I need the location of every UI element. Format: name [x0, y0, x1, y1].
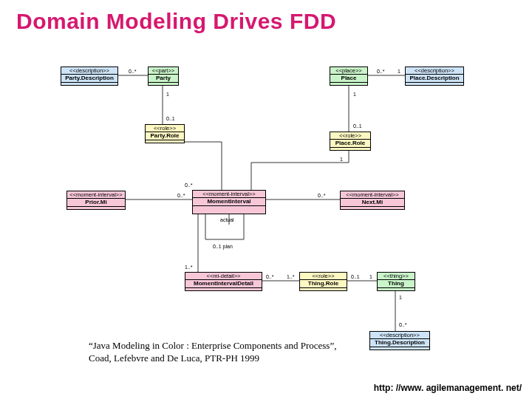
class-name: Place.Role: [330, 140, 370, 147]
class-name: MomentInterval: [193, 198, 265, 205]
mult-label: 1: [353, 92, 356, 97]
mult-label: 0..*: [185, 183, 193, 188]
stereotype: <<role>>: [300, 273, 347, 280]
class-name: Party.Description: [61, 75, 117, 82]
mult-label: 0..*: [129, 69, 137, 74]
class-thing: <<thing>> Thing: [377, 272, 415, 291]
stereotype: <<role>>: [146, 125, 184, 132]
mult-label: actual: [220, 217, 234, 222]
class-name: Next.Mi: [341, 199, 404, 206]
stereotype: <<part>>: [149, 67, 178, 75]
mult-label: 1: [166, 92, 169, 97]
mult-label: 0..*: [377, 69, 385, 74]
mult-label: 0..*: [399, 322, 407, 327]
caption-line-1: “Java Modeling in Color : Enterprise Com…: [89, 340, 336, 352]
class-name: Thing: [378, 280, 415, 287]
page-title: Domain Modeling Drives FDD: [16, 9, 336, 34]
stereotype: <<description>>: [61, 67, 117, 75]
stereotype: <<moment-interval>>: [193, 191, 265, 198]
class-place-role: <<role>> Place.Role: [330, 132, 371, 151]
mult-label: 0..*: [318, 193, 326, 198]
class-thing-description: <<description>> Thing.Description: [369, 331, 430, 350]
mult-label: 1: [399, 295, 402, 300]
class-name: Place.Description: [406, 75, 463, 82]
mult-label: 0..1 plan: [213, 244, 233, 250]
mult-label: 1: [369, 274, 372, 279]
class-party-role: <<role>> Party.Role: [145, 124, 185, 143]
stereotype: <<thing>>: [378, 273, 415, 280]
mult-label: 0..1: [353, 123, 362, 129]
class-name: Thing.Description: [370, 339, 429, 347]
mult-label: 0..1: [351, 274, 360, 279]
class-next-mi: <<moment-interval>> Next.Mi: [340, 191, 405, 210]
caption-line-2: Coad, Lefebvre and De Luca, PTR-PH 1999: [89, 352, 336, 365]
stereotype: <<description>>: [370, 332, 429, 339]
class-name: Party.Role: [146, 132, 184, 140]
class-name: Place: [330, 75, 367, 82]
class-name: Prior.Mi: [67, 199, 125, 206]
mult-label: 1..*: [287, 274, 295, 279]
class-moment-interval: <<moment-interval>> MomentInterval: [192, 190, 266, 214]
class-party: <<part>> Party: [148, 66, 179, 86]
stereotype: <<mi-detail>>: [185, 273, 262, 280]
class-name: Party: [149, 75, 178, 82]
mult-label: 0..1: [166, 116, 175, 121]
mult-label: 1..*: [185, 265, 193, 270]
stereotype: <<place>>: [330, 67, 367, 75]
stereotype: <<role>>: [330, 132, 370, 140]
class-thing-role: <<role>> Thing.Role: [299, 272, 347, 291]
mult-label: 0..*: [177, 193, 185, 198]
mult-label: 0..*: [266, 274, 274, 279]
class-name: Thing.Role: [300, 280, 347, 287]
class-name: MomentIntervalDetail: [185, 280, 262, 287]
class-moment-interval-detail: <<mi-detail>> MomentIntervalDetail: [185, 272, 262, 291]
footer-url: http: //www. agilemanagement. net/: [374, 383, 522, 393]
stereotype: <<moment-interval>>: [67, 191, 125, 199]
class-place-description: <<description>> Place.Description: [405, 66, 464, 86]
caption: “Java Modeling in Color : Enterprise Com…: [89, 340, 336, 365]
class-prior-mi: <<moment-interval>> Prior.Mi: [66, 191, 126, 210]
mult-label: 1: [398, 69, 400, 74]
class-party-description: <<description>> Party.Description: [61, 66, 118, 86]
stereotype: <<moment-interval>>: [341, 191, 404, 199]
stereotype: <<description>>: [406, 67, 463, 75]
mult-label: 1: [340, 157, 343, 162]
class-place: <<place>> Place: [330, 66, 368, 86]
